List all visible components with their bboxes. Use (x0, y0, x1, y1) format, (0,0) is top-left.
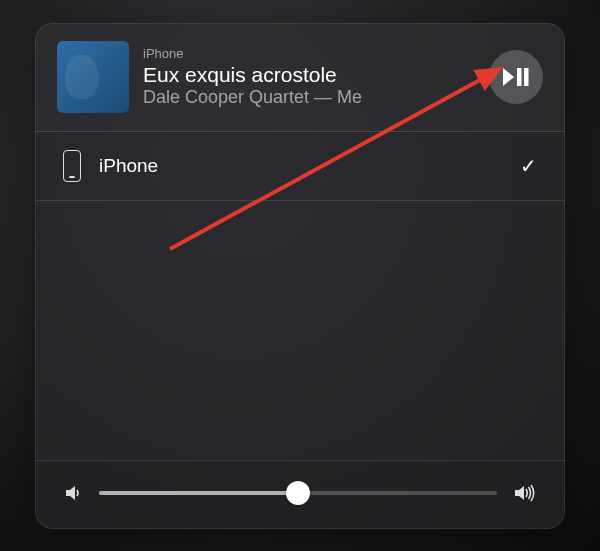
volume-high-icon (513, 483, 537, 503)
track-title: Eux exquis acrostole (143, 63, 475, 87)
source-label: iPhone (143, 46, 475, 61)
track-artist: Dale Cooper Quartet — Me (143, 87, 475, 108)
device-list-empty-area (35, 201, 565, 460)
svg-rect-0 (517, 68, 522, 86)
volume-slider-fill (99, 491, 298, 495)
now-playing-header: iPhone Eux exquis acrostole Dale Cooper … (35, 23, 565, 131)
checkmark-icon: ✓ (520, 154, 537, 178)
device-row-iphone[interactable]: iPhone ✓ (35, 132, 565, 201)
album-art[interactable] (57, 41, 129, 113)
phone-icon (63, 150, 81, 182)
device-name: iPhone (99, 155, 502, 177)
track-meta[interactable]: iPhone Eux exquis acrostole Dale Cooper … (143, 46, 475, 108)
play-pause-button[interactable] (489, 50, 543, 104)
volume-row (35, 460, 565, 529)
volume-slider-thumb[interactable] (286, 481, 310, 505)
airplay-panel: iPhone Eux exquis acrostole Dale Cooper … (35, 23, 565, 529)
volume-slider[interactable] (99, 491, 497, 495)
svg-rect-1 (524, 68, 529, 86)
volume-low-icon (63, 483, 83, 503)
play-pause-icon (502, 66, 530, 88)
